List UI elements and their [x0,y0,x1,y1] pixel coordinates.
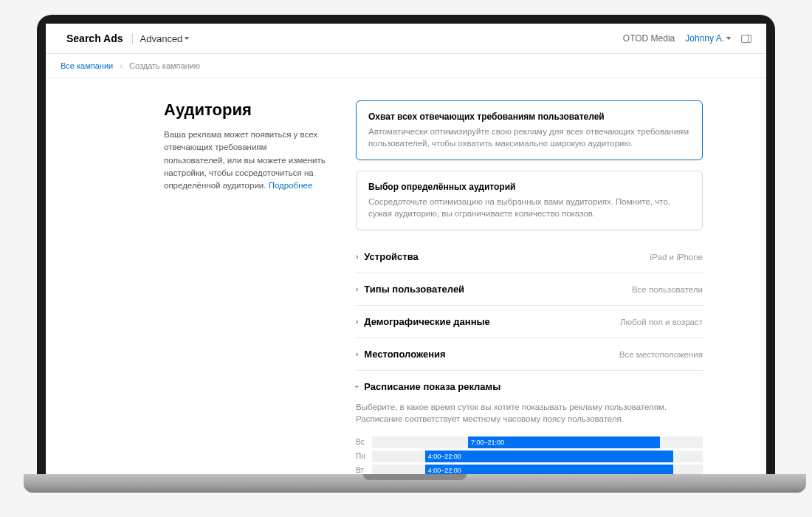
accordion-value: Любой пол и возраст [620,318,703,326]
schedule-track: 4:00–22:00 [372,451,703,462]
schedule-grid: Вс7:00–21:00Пн4:00–22:00Вт4:00–22:00Ср4:… [356,436,703,474]
schedule-day-label: Вт [356,466,372,474]
schedule-track: 7:00–21:00 [372,436,703,448]
panel-toggle-icon[interactable] [741,35,751,43]
chevron-right-icon: › [356,285,358,293]
accordion-demographics[interactable]: › Демографические данные Любой пол и воз… [356,306,703,338]
accordion-locations[interactable]: › Местоположения Все местоположения [356,338,703,371]
card-description: Сосредоточьте оптимизацию на выбранных в… [368,196,690,219]
schedule-row[interactable]: Вс7:00–21:00 [356,436,703,449]
chevron-down-icon [185,37,189,40]
learn-more-link[interactable]: Подробнее [269,181,313,190]
breadcrumb-all-campaigns[interactable]: Все кампании [61,61,113,70]
schedule-bar[interactable]: 7:00–21:00 [468,436,660,448]
chevron-down-icon: › [353,386,361,388]
accordion-value: Все местоположения [619,350,703,359]
audience-option-reach-all[interactable]: Охват всех отвечающих требованиям пользо… [356,100,703,160]
accordion-devices[interactable]: › Устройства iPad и iPhone [356,241,703,273]
accordion-value: Все пользователи [632,285,703,294]
card-title: Охват всех отвечающих требованиям пользо… [368,112,690,122]
accordion-user-types[interactable]: › Типы пользователей Все пользователи [356,273,703,306]
chevron-right-icon: › [356,350,358,358]
accordion-title: Типы пользователей [364,284,464,295]
schedule-row[interactable]: Пн4:00–22:00 [356,450,703,463]
schedule-row[interactable]: Вт4:00–22:00 [356,464,703,474]
breadcrumb: Все кампании › Создать кампанию [46,54,766,78]
breadcrumb-create-campaign: Создать кампанию [129,61,200,70]
header-right: OTOD Media Johnny A. [623,33,751,44]
schedule-description: Выберите, в какое время суток вы хотите … [356,401,703,425]
accordion-title: Местоположения [364,349,445,360]
accordion-title: Демографические данные [364,316,490,327]
schedule-title: Расписание показа рекламы [364,381,500,392]
schedule-track: 4:00–22:00 [372,465,703,474]
brand-block: Search Ads Advanced [61,32,189,44]
chevron-down-icon [726,37,731,40]
schedule-day-label: Вс [356,438,372,446]
schedule-bar[interactable]: 4:00–22:00 [425,451,673,462]
main-column: Охват всех отвечающих требованиям пользо… [356,100,703,474]
schedule-bar[interactable]: 4:00–22:00 [425,465,673,474]
user-name-label: Johnny A. [685,33,724,44]
accordion-value: iPad и iPhone [650,253,703,261]
section-description: Ваша реклама может появиться у всех отве… [164,129,326,192]
section-intro: Аудитория Ваша реклама может появиться у… [164,100,326,474]
schedule-day-label: Пн [356,452,372,460]
section-title: Аудитория [164,100,326,120]
user-menu[interactable]: Johnny A. [685,33,731,44]
org-name: OTOD Media [623,33,675,44]
schedule-section: › Расписание показа рекламы Выберите, в … [356,371,703,474]
chevron-right-icon: › [356,318,358,326]
card-title: Выбор определённых аудиторий [368,182,690,192]
content-area: Аудитория Ваша реклама может появиться у… [46,78,766,474]
breadcrumb-separator: › [120,61,123,70]
accordion-title: Устройства [364,251,418,262]
chevron-right-icon: › [356,253,358,261]
app-header: Search Ads Advanced OTOD Media Johnny A. [46,24,766,54]
schedule-header[interactable]: › Расписание показа рекламы [356,381,703,392]
brand-name: Search Ads [66,32,123,44]
audience-option-select-audiences[interactable]: Выбор определённых аудиторий Сосредоточь… [356,171,703,230]
product-tier-selector[interactable]: Advanced [132,33,190,44]
card-description: Автоматически оптимизируйте свою рекламу… [368,126,690,149]
product-tier-label: Advanced [140,33,183,44]
